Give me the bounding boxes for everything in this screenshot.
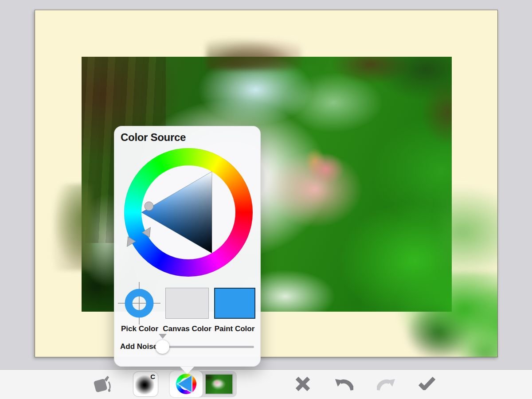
paint-color-label: Paint Color: [215, 325, 255, 333]
x-icon: [297, 378, 309, 390]
redo-button[interactable]: [377, 377, 395, 391]
pick-color-button[interactable]: [117, 281, 161, 325]
cancel-button[interactable]: [295, 376, 310, 391]
hue-marker-inner[interactable]: [142, 225, 154, 238]
checkmark-icon: [420, 378, 434, 388]
eyedropper-crosshair-icon: [118, 282, 160, 325]
fill-tool-button[interactable]: [92, 375, 112, 394]
popover-title: Color Source: [121, 131, 186, 144]
add-noise-slider[interactable]: [156, 346, 254, 348]
paint-bucket-icon: [93, 376, 112, 392]
hue-marker-outer[interactable]: [124, 237, 136, 249]
reference-image-button[interactable]: [205, 374, 233, 395]
slider-pointer-icon: [159, 334, 167, 339]
app-background: Color Source: [0, 0, 532, 399]
color-source-tool-button[interactable]: [170, 371, 203, 397]
canvas-color-label: Canvas Color: [163, 325, 211, 333]
color-wheel-triangle-icon: [176, 374, 196, 394]
brush-tool-button[interactable]: C: [133, 372, 158, 397]
toolbar: C: [0, 369, 532, 399]
popover-tail: [180, 367, 194, 374]
canvas-color-swatch[interactable]: [165, 288, 209, 319]
add-noise-slider-thumb[interactable]: [156, 340, 169, 354]
paint-color-swatch[interactable]: [214, 288, 255, 319]
sv-triangle[interactable]: [141, 172, 212, 253]
color-source-popover: Color Source: [114, 126, 261, 367]
redo-arrow-icon: [378, 379, 395, 390]
confirm-button[interactable]: [419, 377, 435, 390]
brush-mode-badge: C: [150, 373, 155, 380]
pick-color-label: Pick Color: [121, 325, 158, 333]
saturation-value-triangle[interactable]: [124, 148, 253, 277]
drawing-canvas[interactable]: [35, 10, 498, 357]
sv-selection-handle[interactable]: [145, 202, 153, 211]
undo-arrow-icon: [335, 379, 352, 390]
add-noise-label: Add Noise: [120, 342, 157, 351]
undo-button[interactable]: [335, 377, 353, 391]
